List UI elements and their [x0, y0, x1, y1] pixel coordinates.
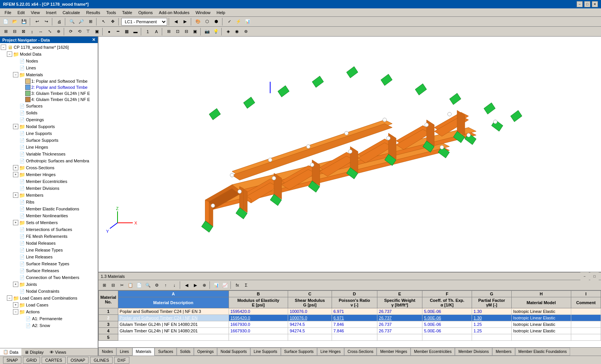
bottom-tab-member-divisions[interactable]: Member Divisions — [455, 348, 492, 356]
tree-expand-sets-members[interactable]: + — [13, 220, 18, 225]
tb2-extra3[interactable]: ⊛ — [242, 27, 250, 36]
tree-item-solids[interactable]: 📄Solids — [1, 109, 97, 116]
close-button[interactable]: ✕ — [592, 1, 598, 7]
menu-table[interactable]: Table — [119, 10, 135, 16]
tree-item-line-releases[interactable]: 📄Line Releases — [1, 253, 97, 260]
bt-4[interactable]: 📋 — [126, 281, 135, 289]
tree-item-connection-two[interactable]: 📄Connection of Two Members — [1, 274, 97, 281]
tree-expand-materials[interactable]: − — [13, 72, 18, 77]
tb2-num[interactable]: 1 — [143, 27, 152, 36]
tb2-line[interactable]: ━ — [114, 27, 122, 36]
bottom-tab-nodes[interactable]: Nodes — [98, 348, 116, 356]
tree-item-surfaces[interactable]: 📄Surfaces — [1, 103, 97, 109]
tb-new[interactable]: 📄 — [2, 18, 10, 26]
menu-results[interactable]: Results — [83, 10, 103, 16]
bottom-tab-cross-sections[interactable]: Cross-Sections — [344, 348, 377, 356]
tb2-extra2[interactable]: ◉ — [233, 27, 241, 36]
menu-insert[interactable]: Insert — [43, 10, 60, 16]
tree-item-member-ecc[interactable]: 📄Member Eccentricities — [1, 178, 97, 185]
status-btn-glines[interactable]: GLINES — [90, 357, 112, 364]
table-row-4[interactable]: 4Glulam Timber GL24h | NF EN 14080:20116… — [99, 328, 601, 334]
tree-item-line-release-types[interactable]: 📄Line Release Types — [1, 247, 97, 253]
tree-item-openings[interactable]: 📄Openings — [1, 116, 97, 123]
tb2-1[interactable]: ⊞ — [2, 27, 10, 36]
bottom-tab-line-hinges[interactable]: Line Hinges — [317, 348, 344, 356]
nav-tab-views[interactable]: 👁 Views — [47, 348, 69, 356]
tree-item-model[interactable]: −📁Model Data — [1, 51, 97, 58]
tb-zoom-in[interactable]: 🔍 — [68, 18, 76, 26]
tree-item-load-cases[interactable]: −📁Load Cases and Combinations — [1, 295, 97, 301]
tree-item-intersections[interactable]: 📄Intersections of Surfaces — [1, 226, 97, 233]
tree-expand-joints[interactable]: + — [13, 282, 18, 287]
bt-2[interactable]: ⊟ — [109, 281, 117, 289]
tb-open[interactable]: 📂 — [11, 18, 19, 26]
nav-tab-data[interactable]: 📋 Data — [0, 348, 21, 356]
bt-13[interactable]: 📊 — [212, 281, 221, 289]
tb2-display3[interactable]: ⊟ — [182, 27, 190, 36]
tree-item-lines[interactable]: 📄Lines — [1, 64, 97, 71]
tree-item-materials[interactable]: −📁Materials — [1, 71, 97, 78]
tb2-5[interactable]: ↔ — [37, 27, 45, 36]
bt-7[interactable]: ⚙ — [153, 281, 161, 289]
tree-item-actions[interactable]: −📁Actions — [1, 308, 97, 315]
tree-item-nodes[interactable]: 📄Nodes — [1, 58, 97, 64]
tb2-display1[interactable]: ⊞ — [164, 27, 173, 36]
bottom-tab-materials[interactable]: Materials — [132, 348, 155, 356]
bottom-tab-line-supports[interactable]: Line Supports — [250, 348, 281, 356]
tree-item-member-hinges[interactable]: +📁Member Hinges — [1, 171, 97, 178]
tree-item-cp[interactable]: −🖥CP 1178_wood frame* [1626] — [1, 44, 97, 51]
tb-next[interactable]: ▶ — [181, 18, 189, 26]
tb-fit[interactable]: ⊞ — [86, 18, 95, 26]
bottom-tab-members[interactable]: Members — [492, 348, 515, 356]
tree-item-mat3[interactable]: 3: Glulam Timber GL24h | NF E — [1, 90, 97, 96]
tree-item-mat2[interactable]: 2: Poplar and Softwood Timbe — [1, 84, 97, 90]
tree-item-surface-supports[interactable]: 📄Surface Supports — [1, 137, 97, 144]
tree-item-ribs[interactable]: 📄Ribs — [1, 199, 97, 205]
tb2-display2[interactable]: ⊡ — [173, 27, 182, 36]
bt-14[interactable]: 📈 — [221, 281, 229, 289]
bottom-minimize[interactable]: − — [580, 272, 589, 281]
status-btn-snap[interactable]: SNAP — [3, 357, 21, 364]
tree-item-mat4[interactable]: 4: Glulam Timber GL24h | NF E — [1, 96, 97, 103]
menu-window[interactable]: Window — [192, 10, 213, 16]
3d-view[interactable]: X Z Y — [98, 37, 601, 272]
tb2-rot1[interactable]: ⟳ — [66, 27, 75, 36]
tree-item-load-cases-sub[interactable]: +📁Load Cases — [1, 301, 97, 308]
bt-15[interactable]: fx — [233, 281, 242, 289]
tree-item-nodal-constraints[interactable]: 📄Nodal Constraints — [1, 288, 97, 295]
window-controls[interactable]: − □ ✕ — [577, 1, 598, 7]
tree-item-cross-sections[interactable]: +📁Cross-Sections — [1, 164, 97, 171]
tree-item-joints[interactable]: +📁Joints — [1, 281, 97, 288]
tree-item-line-supports[interactable]: 📄Line Supports — [1, 130, 97, 137]
tree-expand-load-cases[interactable]: − — [7, 295, 12, 301]
table-row-1[interactable]: 1Poplar and Softwood Timber C24 | NF EN … — [99, 308, 601, 315]
tree-expand-actions[interactable]: − — [13, 309, 18, 314]
tree-item-a2[interactable]: 📄A2: Snow — [1, 322, 97, 329]
tree-item-nodal-releases[interactable]: 📄Nodal Releases — [1, 240, 97, 247]
tb2-surf[interactable]: ▦ — [122, 27, 131, 36]
table-row-5[interactable]: 5 — [99, 334, 601, 341]
bottom-tab-lines[interactable]: Lines — [116, 348, 132, 356]
load-case-select[interactable]: LC1 - Permanent — [121, 18, 167, 26]
tb2-top[interactable]: ⊤ — [84, 27, 92, 36]
bt-8[interactable]: ↑ — [161, 281, 170, 289]
tb-move[interactable]: ✥ — [108, 18, 117, 26]
bottom-tab-member-hinges[interactable]: Member Hinges — [377, 348, 411, 356]
nav-tab-display[interactable]: 🖥 Display — [21, 348, 47, 356]
table-row-2[interactable]: 2Poplar and Softwood Timber C24 | NF EN1… — [99, 315, 601, 321]
bt-12[interactable]: ⊕ — [200, 281, 208, 289]
tb-prev[interactable]: ◀ — [172, 18, 180, 26]
tree-item-mat1[interactable]: 1: Poplar and Softwood Timbe — [1, 78, 97, 84]
tree-item-nodal-supports[interactable]: +📁Nodal Supports — [1, 123, 97, 130]
tree-item-line-hinges[interactable]: 📄Line Hinges — [1, 144, 97, 151]
bottom-tab-surface-supports[interactable]: Surface Supports — [281, 348, 317, 356]
tb-check[interactable]: ✓ — [225, 18, 234, 26]
tb2-node[interactable]: ● — [105, 27, 113, 36]
tree-expand-model[interactable]: − — [7, 51, 12, 57]
tree-expand-cross-sections[interactable]: + — [13, 165, 18, 170]
tb-results[interactable]: 📊 — [243, 18, 252, 26]
bt-11[interactable]: ▶ — [191, 281, 200, 289]
menu-addon[interactable]: Add-on Modules — [156, 10, 192, 16]
tree-expand-member-hinges[interactable]: + — [13, 172, 18, 177]
tb-zoom-out[interactable]: 🔎 — [77, 18, 85, 26]
